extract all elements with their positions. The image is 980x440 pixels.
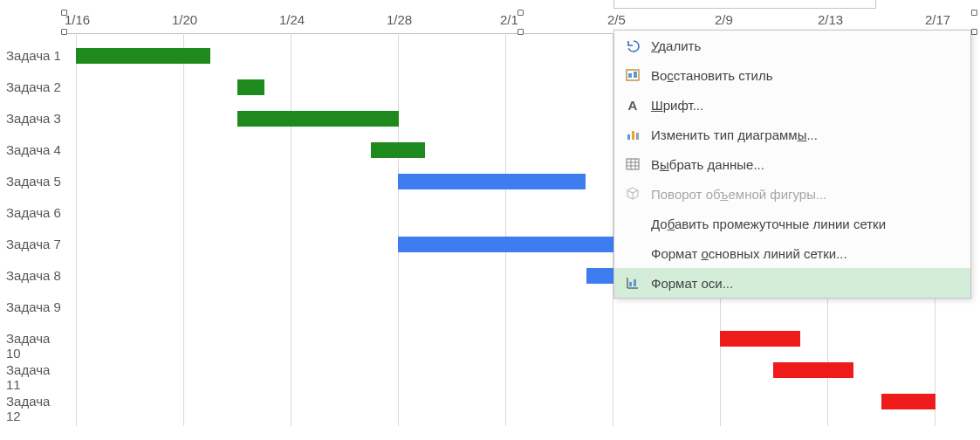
bar-chart-icon [621, 127, 644, 142]
x-tick-label: 2/1 [500, 12, 518, 27]
y-category-label: Задача 11 [2, 362, 61, 392]
font-icon: A [621, 98, 644, 113]
svg-rect-13 [629, 282, 632, 286]
menu-item-rotate-3d: Поворот объемной фигуры... [614, 179, 970, 209]
y-category-label: Задача 7 [2, 237, 61, 251]
gantt-bar[interactable] [237, 111, 399, 127]
cube-icon [621, 186, 644, 202]
y-category-label: Задача 10 [2, 331, 61, 361]
x-tick-label: 2/9 [715, 12, 733, 27]
gridline [76, 33, 77, 426]
menu-label: Шрифт... [644, 98, 703, 113]
y-category-label: Задача 1 [2, 48, 61, 63]
menu-item-change-chart-type[interactable]: Изменить тип диаграммы... [614, 120, 970, 149]
gantt-bar[interactable] [881, 394, 935, 409]
select-data-icon [621, 156, 644, 172]
reset-style-icon [621, 67, 644, 83]
menu-item-select-data[interactable]: Выбрать данные... [614, 149, 970, 179]
y-category-label: Задача 2 [2, 79, 61, 94]
x-tick-label: 2/17 [925, 12, 950, 27]
menu-label: Формат оси... [644, 276, 733, 291]
gantt-bar[interactable] [586, 268, 613, 284]
menu-label: Изменить тип диаграммы... [644, 127, 818, 142]
gantt-bar[interactable] [720, 331, 800, 347]
gridline [505, 33, 506, 426]
svg-rect-3 [627, 134, 630, 140]
menu-label: Выбрать данные... [644, 157, 764, 172]
menu-label: Удалить [644, 38, 701, 53]
format-axis-icon [621, 275, 644, 291]
menu-item-format-major-gridlines[interactable]: Формат основных линий сетки... [614, 238, 970, 268]
y-category-label: Задача 9 [2, 299, 61, 314]
gridline [291, 33, 291, 426]
x-tick-label: 1/28 [387, 12, 412, 27]
menu-item-add-minor-gridlines[interactable]: Добавить промежуточные линии сетки [614, 209, 970, 238]
y-category-label: Задача 6 [2, 205, 61, 220]
menu-label: Добавить промежуточные линии сетки [644, 217, 886, 231]
gantt-bar[interactable] [371, 142, 425, 158]
gantt-bar[interactable] [76, 48, 210, 64]
y-category-label: Задача 5 [2, 174, 61, 189]
menu-item-format-axis[interactable]: Формат оси... [614, 268, 970, 298]
svg-rect-5 [636, 133, 639, 140]
gantt-bar[interactable] [773, 362, 853, 378]
svg-rect-1 [628, 73, 632, 78]
menu-label: Восстановить стиль [644, 68, 773, 83]
gantt-bar[interactable] [237, 79, 264, 95]
y-category-label: Задача 8 [2, 268, 61, 283]
x-tick-label: 2/5 [607, 12, 626, 27]
gridline [183, 33, 184, 426]
undo-icon [621, 38, 644, 53]
menu-label: Поворот объемной фигуры... [644, 187, 826, 202]
gridline [398, 33, 399, 426]
svg-rect-2 [634, 72, 637, 78]
svg-rect-6 [627, 159, 639, 169]
y-category-label: Задача 3 [2, 111, 61, 126]
y-category-label: Задача 12 [2, 394, 61, 423]
x-tick-label: 1/24 [279, 12, 305, 27]
svg-rect-14 [634, 279, 636, 286]
svg-rect-4 [632, 131, 634, 140]
y-category-label: Задача 4 [2, 142, 61, 157]
menu-item-reset-style[interactable]: Восстановить стиль [614, 60, 970, 90]
menu-label: Формат основных линий сетки... [644, 246, 847, 261]
mini-tooltip-box [613, 0, 876, 9]
x-tick-label: 1/20 [172, 12, 197, 27]
x-tick-label: 2/13 [818, 12, 843, 27]
gantt-bar[interactable] [398, 174, 586, 189]
menu-item-font[interactable]: A Шрифт... [614, 90, 970, 120]
menu-item-delete[interactable]: Удалить [614, 31, 970, 60]
x-tick-label: 1/16 [65, 12, 90, 27]
context-menu: Удалить Восстановить стиль A Шрифт... Из… [613, 30, 971, 299]
